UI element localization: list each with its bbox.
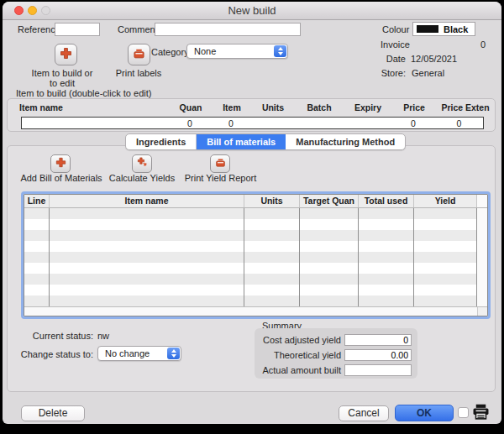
theoretical-yield-input[interactable] (344, 349, 412, 361)
bom-table-header: Line Item name Units Target Quan Total u… (24, 195, 487, 208)
popup-stepper-icon (274, 45, 286, 57)
date-value: 12/05/2021 (411, 54, 457, 64)
print-labels-label: Print labels (105, 69, 172, 79)
category-label: Category (151, 47, 189, 57)
tab-bill-of-materials[interactable]: Bill of materials (197, 134, 286, 149)
bom-table-row[interactable] (24, 295, 487, 306)
item-to-build-label: Item to build or to edit (20, 69, 104, 88)
bom-table-row[interactable] (24, 241, 487, 252)
add-bom-label: Add Bill of Materials (15, 174, 108, 184)
bom-table-row[interactable] (24, 263, 487, 274)
window-title: New build (3, 2, 501, 19)
delete-button[interactable]: Delete (21, 405, 85, 421)
item-to-build-button[interactable] (55, 44, 77, 65)
label-tray-icon (215, 156, 226, 171)
current-status-label: Current status: (20, 331, 93, 341)
bom-table-body (24, 208, 487, 306)
colour-swatch (417, 25, 438, 33)
title-bar: New build (3, 2, 501, 20)
category-value: None (194, 46, 216, 56)
store-label: Store: (364, 68, 406, 78)
cost-adjusted-yield-input[interactable] (344, 334, 412, 346)
date-label: Date (364, 54, 406, 64)
ok-button[interactable]: OK (395, 405, 454, 421)
plus-icon (60, 47, 72, 63)
popup-stepper-icon (167, 348, 180, 359)
category-select[interactable]: None (186, 44, 288, 59)
actual-amount-built-input[interactable] (344, 364, 412, 376)
print-yield-report-button[interactable] (210, 154, 230, 173)
invoice-label: Invoice (381, 39, 410, 50)
colour-label: Colour (382, 24, 409, 34)
print-labels-button[interactable] (128, 44, 150, 65)
bom-table-row[interactable] (24, 252, 487, 263)
cancel-button[interactable]: Cancel (339, 405, 389, 421)
theoretical-yield-label: Theoretical yield (255, 350, 344, 360)
comment-label: Comment (118, 24, 158, 34)
invoice-value: 0 (480, 39, 486, 50)
item-to-build-section-label: Item to build (double-click to edit) (16, 88, 151, 98)
change-status-label: Change status to: (16, 349, 93, 359)
plus-icon (55, 156, 66, 171)
printer-icon[interactable] (471, 403, 491, 422)
bom-table[interactable]: Line Item name Units Target Quan Total u… (24, 194, 488, 316)
tab-ingredients[interactable]: Ingredients (126, 134, 197, 149)
bom-table-row[interactable] (24, 219, 487, 230)
close-window-icon[interactable] (14, 6, 24, 15)
item-to-build-box: Item name Quan Item Units Batch Expiry P… (7, 98, 496, 132)
print-checkbox[interactable] (458, 407, 469, 418)
colour-value: Black (444, 24, 468, 34)
tab-bar: Ingredients Bill of materials Manufactur… (125, 133, 406, 150)
actual-amount-built-label: Actual amount built (255, 365, 344, 375)
current-status-value: nw (97, 331, 109, 341)
label-tray-icon (133, 47, 145, 63)
zoom-window-icon (41, 6, 50, 15)
new-build-window: New build Reference Comment Colour Black… (3, 2, 501, 424)
change-status-value: No change (105, 348, 150, 358)
item-table-row[interactable]: 0 0 0 0 (21, 117, 484, 129)
summary-box: Cost adjusted yield Theoretical yield Ac… (255, 328, 417, 379)
bom-table-row[interactable] (24, 285, 487, 295)
change-status-select[interactable]: No change (97, 346, 181, 361)
tab-manufacturing-method[interactable]: Manufacturing Method (286, 134, 405, 149)
horizontal-scrollbar[interactable] (24, 306, 487, 316)
calculate-yields-button[interactable] (132, 154, 152, 173)
bom-table-row[interactable] (24, 208, 487, 219)
comment-input[interactable] (155, 23, 301, 36)
colour-picker[interactable]: Black (412, 22, 475, 36)
bom-table-row[interactable] (24, 230, 487, 241)
store-value: General (412, 68, 444, 78)
item-table-header: Item name Quan Item Units Batch Expiry P… (8, 102, 495, 112)
calculator-arrow-icon (137, 156, 148, 171)
print-yield-report-label: Print Yield Report (172, 174, 269, 184)
reference-input[interactable] (55, 23, 100, 36)
add-bom-button[interactable] (50, 154, 71, 173)
bom-table-row[interactable] (24, 274, 487, 285)
minimize-window-icon[interactable] (28, 6, 37, 15)
bill-of-materials-panel: Add Bill of Materials Calculate Yields P… (7, 145, 496, 392)
cost-adjusted-yield-label: Cost adjusted yield (255, 335, 344, 345)
